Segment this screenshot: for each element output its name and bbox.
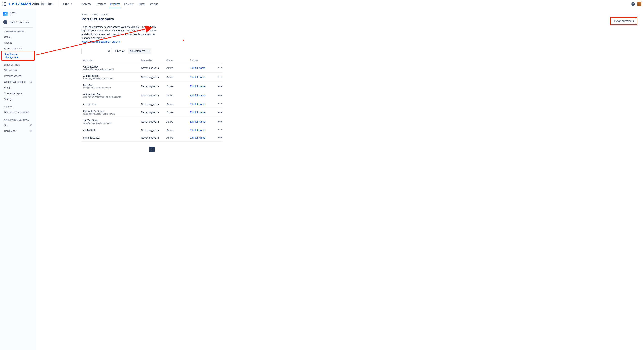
page-current[interactable]: 1 [149,147,155,152]
sidebar-item-label: Access requests [4,47,22,50]
view-projects-link[interactable]: View service management projects [82,40,121,43]
nav-tab-products[interactable]: Products [108,0,122,8]
table-row: Automation Botautomation-bot@atlassian-d… [82,91,222,100]
edit-full-name-link[interactable]: Edit full name [190,76,205,79]
edit-full-name-link[interactable]: Edit full name [190,129,205,132]
more-actions-button[interactable]: ••• [217,94,224,98]
sidebar-item-users[interactable]: Users [0,34,36,40]
org-switcher[interactable]: kuriflo ▼ [59,0,72,8]
external-link-icon [30,130,32,133]
app-settings-heading: APPLICATION SETTINGS [0,119,36,122]
last-active: Never logged in [141,94,166,97]
sidebar-item-label: Connected apps [4,92,22,95]
sidebar-item-emoji[interactable]: Emoji [0,85,36,91]
edit-full-name-link[interactable]: Edit full name [190,103,205,106]
table-header: Customer Last active Status Actions [82,59,222,63]
status: Active [166,136,190,139]
sidebar-item-jira[interactable]: Jira [0,122,36,128]
table-row: Jie Yan Songsong@atlassian-demo.invalidN… [82,117,222,126]
more-actions-button[interactable]: ••• [217,136,224,140]
status: Active [166,103,190,106]
more-actions-button[interactable]: ••• [217,111,224,114]
site-sub: Site [10,14,16,16]
customers-table: Customer Last active Status Actions Omar… [82,59,222,142]
sidebar-item-discover-new-products[interactable]: Discover new products [0,109,36,115]
sidebar-item-label: Confluence [4,130,17,133]
avatar[interactable] [638,2,642,6]
edit-full-name-link[interactable]: Edit full name [190,85,205,88]
more-actions-button[interactable]: ••• [217,85,224,88]
edit-full-name-link[interactable]: Edit full name [190,111,205,114]
filter-label: Filter by: [115,50,125,53]
brand-admin-text: Administration [32,2,53,6]
breadcrumb-item[interactable]: kuriflo [102,13,108,16]
back-arrow-icon: ← [3,20,7,24]
more-actions-button[interactable]: ••• [217,102,224,106]
nav-tab-overview[interactable]: Overview [78,0,93,8]
nav-tab-settings[interactable]: Settings [147,0,160,8]
sidebar-item-jira-service-management[interactable]: Jira Service Management [2,51,34,61]
more-actions-button[interactable]: ••• [217,128,224,132]
nav-tab-billing[interactable]: Billing [136,0,147,8]
breadcrumb-item[interactable]: kuriflo [92,13,98,16]
topbar: ATLASSIAN Administration kuriflo ▼ Overv… [0,0,644,8]
customer-name: crisflo2022 [83,129,141,132]
sidebar-item-label: Site access [4,69,17,72]
status: Active [166,129,190,132]
sidebar-item-confluence[interactable]: Confluence [0,128,36,134]
table-row: crisflo2022Never logged inActiveEdit ful… [82,126,222,134]
edit-full-name-link[interactable]: Edit full name [190,136,205,139]
sidebar-item-google-workspace[interactable]: Google Workspace [0,79,36,85]
table-row: gameflow2022Never logged inActiveEdit fu… [82,134,222,142]
last-active: Never logged in [141,111,166,114]
export-customers-button[interactable]: Export customers [612,18,636,24]
site-settings-heading: SITE SETTINGS [0,64,36,67]
more-actions-button[interactable]: ••• [217,66,224,70]
table-row: Mia Ricciricci@atlassian-demo.invalidNev… [82,82,222,91]
app-switcher-icon[interactable] [2,2,6,6]
back-label: Back to products [10,21,28,24]
edit-full-name-link[interactable]: Edit full name [190,120,205,123]
last-active: Never logged in [141,76,166,79]
customer-name: gameflow2022 [83,136,141,139]
status: Active [166,94,190,97]
page-description: Portal only customers can't access your … [82,25,159,44]
sidebar-item-label: Emoji [4,86,10,89]
last-active: Never logged in [141,66,166,69]
filter-select[interactable]: All customers [128,48,152,54]
annotation-highlight-export: Export customers [610,17,638,25]
more-actions-button[interactable]: ••• [217,75,224,79]
edit-full-name-link[interactable]: Edit full name [190,94,205,97]
user-mgmt-heading: USER MANAGEMENT [0,31,36,34]
brand-logo[interactable]: ATLASSIAN Administration [8,2,53,6]
status: Active [166,120,190,123]
customer-email: hansen@atlassian-demo.invalid [83,77,141,80]
back-to-products[interactable]: ← Back to products [0,18,36,26]
sidebar-item-connected-apps[interactable]: Connected apps [0,91,36,96]
sidebar-item-site-access[interactable]: Site access [0,67,36,73]
customer-name: Mia Ricci [83,84,141,87]
site-block[interactable]: ✦ kuriflo Site [0,11,36,18]
breadcrumb-item[interactable]: Admin [82,13,88,16]
external-link-icon [30,81,32,83]
page-prev[interactable]: ‹ [142,147,148,152]
search-input[interactable] [82,48,112,54]
col-last-active: Last active [141,59,166,62]
nav-tab-security[interactable]: Security [122,0,136,8]
page-next[interactable]: › [156,147,162,152]
more-actions-button[interactable]: ••• [217,120,224,124]
last-active: Never logged in [141,103,166,106]
edit-full-name-link[interactable]: Edit full name [190,66,205,69]
customer-name: uriel.jiratest [83,103,141,106]
customer-email: ricci@atlassian-demo.invalid [83,87,141,89]
table-row: Alana Hansenhansen@atlassian-demo.invali… [82,73,222,82]
sidebar-item-access-requests[interactable]: Access requests [0,46,36,51]
sidebar-item-label: Product access [4,75,21,78]
nav-tab-directory[interactable]: Directory [93,0,108,8]
customer-name: Alana Hansen [83,74,141,77]
sidebar-item-product-access[interactable]: Product access [0,73,36,79]
sidebar-item-storage[interactable]: Storage [0,96,36,102]
status: Active [166,111,190,114]
help-icon[interactable]: ? [631,2,635,6]
sidebar-item-groups[interactable]: Groups [0,40,36,46]
